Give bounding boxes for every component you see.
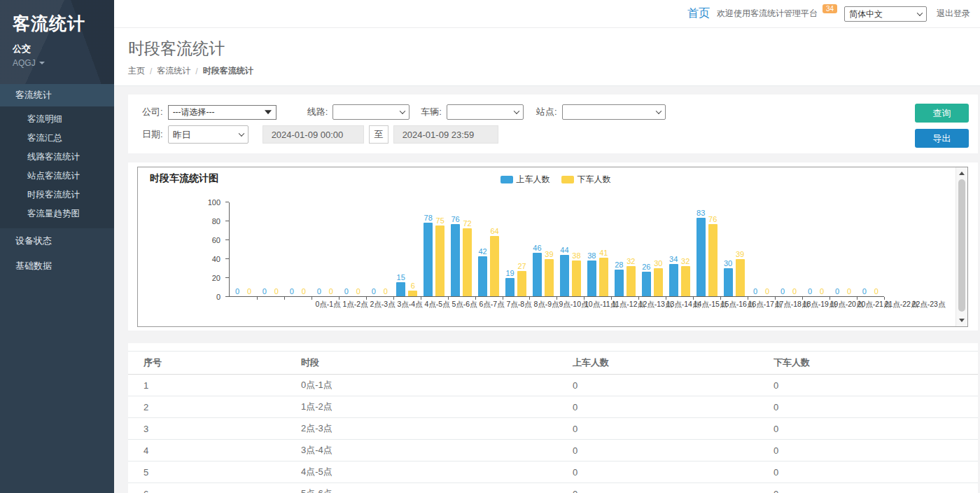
legend-item[interactable]: 上车人数 [500, 174, 550, 186]
line-filter: 线路: [307, 104, 410, 120]
bar-value-label: 0 [835, 287, 839, 296]
bar-column-alighting: 0 [326, 287, 335, 296]
x-axis-label: 2点-3点 [369, 300, 396, 310]
date-preset-select[interactable]: 昨日 [168, 125, 248, 144]
breadcrumb-link[interactable]: 主页 [128, 65, 145, 77]
table-cell: 5 [128, 461, 301, 483]
table-cell: 0 [774, 440, 978, 461]
sidebar-nav: 客流统计客流明细客流汇总线路客流统计站点客流统计时段客流统计客流量趋势图设备状态… [0, 84, 114, 279]
sidebar-item[interactable]: 客流明细 [0, 110, 114, 129]
line-select[interactable] [332, 104, 410, 120]
sidebar-item[interactable]: 客流量趋势图 [0, 204, 114, 223]
logout-link[interactable]: 退出登录 [937, 8, 970, 20]
bar-group: 3432 [666, 202, 693, 296]
bar-group: 1927 [503, 202, 530, 296]
table-cell: 4 [128, 440, 301, 461]
scrollbar-thumb[interactable] [958, 179, 965, 312]
bar-value-label: 27 [517, 262, 526, 270]
export-button[interactable]: 导出 [915, 129, 969, 148]
sidebar-item[interactable]: 时段客流统计 [0, 186, 114, 204]
bar-column-alighting: 64 [490, 227, 499, 296]
bar-value-label: 0 [356, 287, 360, 296]
table-row: 21点-2点00 [128, 396, 978, 418]
boarding-bar [724, 268, 733, 297]
language-select[interactable]: 简体中文 [844, 6, 927, 22]
alighting-bar [708, 224, 718, 296]
table-header-cell: 时段 [301, 352, 573, 375]
bar-value-label: 83 [696, 209, 705, 217]
table-header-cell: 下车人数 [774, 352, 978, 375]
chart-title: 时段车流统计图 [150, 172, 218, 185]
y-axis-tick [225, 277, 229, 278]
alighting-bar [408, 291, 417, 296]
boarding-bar [669, 264, 678, 296]
breadcrumb-separator: / [195, 67, 197, 76]
sidebar-item[interactable]: 客流汇总 [0, 129, 114, 148]
table-cell: 2 [128, 396, 301, 418]
breadcrumb-link[interactable]: 客流统计 [157, 65, 190, 77]
bar-column-alighting: 0 [354, 287, 363, 296]
bar-group: 7672 [448, 202, 475, 296]
table-row: 65点-6点00 [128, 483, 978, 493]
alighting-bar [572, 261, 581, 296]
table-cell: 6 [128, 483, 301, 493]
bar-column-boarding: 44 [560, 246, 569, 296]
scroll-down-icon[interactable] [959, 319, 965, 322]
table-cell: 0 [774, 461, 978, 483]
filter-row-selects: 公司: ---请选择--- 线路: 车辆: [142, 104, 901, 120]
user-menu[interactable]: AQGJ [13, 58, 102, 68]
bar-column-boarding: 78 [424, 214, 433, 296]
data-table: 序号时段上车人数下车人数 10点-1点0021点-2点0032点-3点0043点… [128, 351, 978, 493]
table-cell: 3 [128, 418, 301, 440]
bar-column-boarding: 26 [642, 263, 651, 296]
chevron-down-icon [39, 62, 45, 64]
y-axis: 020406080100 [144, 202, 229, 297]
vehicle-select[interactable] [447, 104, 524, 120]
x-axis-label: 21点-22点 [888, 300, 915, 310]
bar-value-label: 15 [397, 273, 405, 282]
line-label: 线路: [307, 106, 328, 118]
vehicle-label: 车辆: [421, 106, 442, 118]
bar-group: 2832 [611, 202, 638, 296]
company-select[interactable]: ---请选择--- [168, 105, 276, 120]
y-axis-label: 60 [212, 236, 220, 244]
bar-value-label: 30 [654, 259, 662, 268]
bar-value-label: 0 [274, 287, 279, 296]
x-axis-label: 14点-15点 [696, 300, 724, 310]
x-axis-label: 5点-6点 [451, 300, 478, 310]
table-header-cell: 上车人数 [573, 352, 774, 375]
date-label: 日期: [142, 128, 163, 141]
sidebar-section[interactable]: 客流统计 [0, 84, 114, 106]
bar-column-alighting: 0 [299, 287, 308, 296]
bar-column-alighting: 0 [790, 287, 799, 296]
bar-column-alighting: 75 [435, 216, 444, 296]
alighting-bar [435, 225, 444, 296]
search-button[interactable]: 查询 [915, 104, 969, 123]
x-axis-label: 20点-21点 [860, 300, 888, 310]
station-select[interactable] [562, 104, 666, 120]
breadcrumb-current: 时段客流统计 [203, 65, 253, 77]
chart-plot-area: 020406080100 000000000000156787576724264… [144, 202, 967, 310]
sidebar-section[interactable]: 设备状态 [0, 228, 114, 254]
y-axis-tick [225, 296, 229, 297]
date-to-input[interactable] [393, 125, 498, 144]
bar-column-boarding: 0 [232, 287, 241, 296]
sidebar-section[interactable]: 基础数据 [0, 254, 114, 279]
table-body: 10点-1点0021点-2点0032点-3点0043点-4点0054点-5点00… [128, 375, 978, 493]
table-row: 43点-4点00 [128, 440, 978, 461]
sidebar-item[interactable]: 线路客流统计 [0, 148, 114, 167]
bar-value-label: 0 [753, 287, 757, 296]
bar-column-alighting: 38 [572, 251, 581, 296]
bar-column-alighting: 0 [872, 287, 881, 296]
bar-group: 00 [284, 202, 312, 296]
date-from-input[interactable] [262, 125, 364, 144]
x-axis-label: 19点-20点 [833, 300, 860, 310]
bar-column-alighting: 39 [736, 250, 745, 296]
sidebar-item[interactable]: 站点客流统计 [0, 167, 114, 186]
vertical-scrollbar[interactable] [955, 167, 967, 326]
scroll-up-icon[interactable] [959, 172, 965, 175]
home-link[interactable]: 首页 [687, 6, 710, 21]
bar-group: 4639 [529, 202, 556, 296]
legend-label: 下车人数 [578, 174, 611, 186]
legend-item[interactable]: 下车人数 [561, 174, 611, 186]
